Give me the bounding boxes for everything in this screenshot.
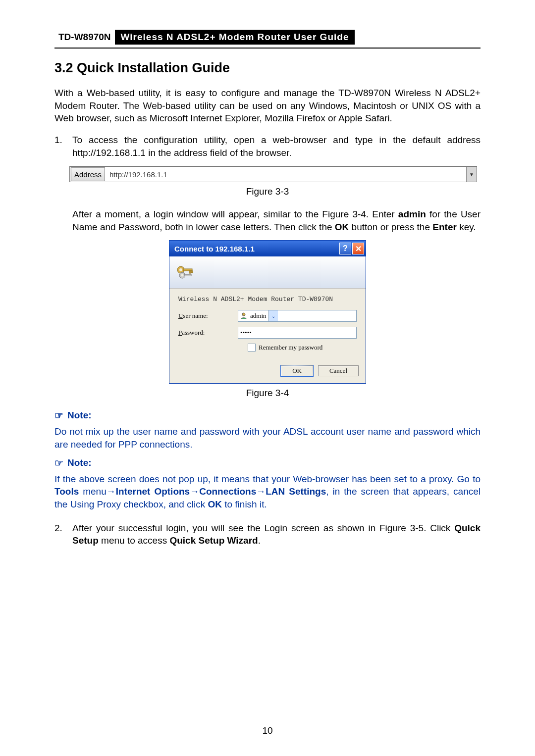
address-url-field[interactable]: http://192.168.1.1 (107, 167, 466, 182)
note-2-body: If the above screen does not pop up, it … (54, 473, 481, 511)
note-label: Note: (67, 457, 92, 468)
step-number: 2. (54, 522, 72, 547)
text-fragment: → (190, 486, 199, 497)
password-label: Password: (178, 329, 238, 337)
step-text: To access the configuration utility, ope… (72, 134, 481, 159)
login-titlebar: Connect to 192.168.1.1 ? ✕ (169, 241, 366, 256)
password-value: ••••• (240, 329, 252, 337)
note-heading-1: ☞ Note: (54, 409, 481, 421)
bold-enter: Enter (432, 222, 457, 232)
note-label: Note: (67, 410, 92, 421)
intro-paragraph: With a Web-based utility, it is easy to … (54, 87, 481, 125)
address-bar-figure: Address http://192.168.1.1 ▼ (69, 166, 477, 182)
bold-admin: admin (398, 209, 426, 219)
login-title-text: Connect to 192.168.1.1 (174, 245, 338, 253)
step-text: After your successful login, you will se… (72, 522, 481, 547)
section-heading: 3.2 Quick Installation Guide (54, 60, 481, 76)
bold-lan-settings: LAN Settings (266, 486, 326, 497)
note-1-body: Do not mix up the user name and password… (54, 425, 481, 451)
label-rest: assword: (182, 329, 205, 336)
bold-ok: OK (208, 499, 222, 509)
svg-rect-2 (183, 269, 192, 271)
username-value: admin (250, 312, 267, 320)
svg-rect-4 (191, 271, 193, 273)
step-1: 1. To access the configuration utility, … (54, 134, 481, 159)
section-title: Quick Installation Guide (77, 60, 230, 75)
svg-point-8 (242, 313, 245, 316)
text-fragment: If the above screen does not pop up, it … (54, 474, 481, 484)
close-icon[interactable]: ✕ (352, 243, 364, 254)
text-fragment: to finish it. (222, 499, 267, 509)
bold-quick-setup-wizard: Quick Setup Wizard (169, 535, 258, 546)
remember-checkbox[interactable] (248, 344, 256, 352)
svg-point-6 (181, 274, 184, 277)
svg-rect-3 (189, 271, 191, 273)
cancel-button[interactable]: Cancel (318, 365, 359, 376)
text-fragment: After a moment, a login window will appe… (72, 209, 398, 219)
section-number: 3.2 (54, 60, 73, 75)
bold-ok: OK (335, 222, 349, 232)
step-2: 2. After your successful login, you will… (54, 522, 481, 547)
underline-letter: U (178, 312, 183, 319)
login-body: Wireless N ADSL2+ Modem Router TD-W8970N… (169, 289, 366, 358)
text-fragment: menu→ (79, 486, 116, 497)
svg-point-1 (179, 268, 182, 271)
remember-label: Remember my password (259, 344, 322, 352)
remember-password-row[interactable]: Remember my password (248, 344, 357, 352)
username-label: User name: (178, 312, 238, 320)
login-banner (169, 256, 366, 289)
person-icon (240, 312, 247, 319)
pointing-hand-icon: ☞ (54, 409, 63, 421)
note-heading-2: ☞ Note: (54, 457, 481, 469)
figure-3-3-caption: Figure 3-3 (54, 186, 481, 197)
text-fragment: menu to access (99, 535, 170, 546)
label-rest: ser name: (183, 312, 208, 319)
pointing-hand-icon: ☞ (54, 457, 63, 469)
password-row: Password: ••••• (178, 327, 357, 339)
password-field[interactable]: ••••• (238, 327, 357, 339)
text-fragment: → (256, 486, 266, 497)
address-dropdown-icon[interactable]: ▼ (466, 167, 477, 182)
figure-3-4-caption: Figure 3-4 (54, 388, 481, 399)
underline-letter: R (259, 344, 263, 351)
page-number: 10 (0, 725, 535, 736)
help-icon[interactable]: ? (339, 243, 351, 254)
label-rest: emember my password (263, 344, 323, 351)
ok-button[interactable]: OK (281, 365, 313, 376)
step-number: 1. (54, 134, 72, 159)
doc-title: Wireless N ADSL2+ Modem Router User Guid… (115, 30, 355, 45)
text-fragment: key. (457, 222, 476, 232)
bold-internet-options: Internet Options (116, 486, 190, 497)
svg-rect-7 (184, 274, 191, 276)
model-number: TD-W8970N (54, 30, 115, 45)
keys-icon (175, 262, 195, 282)
text-fragment: . (258, 535, 261, 546)
doc-header: TD-W8970N Wireless N ADSL2+ Modem Router… (54, 30, 481, 45)
login-dialog-figure: Connect to 192.168.1.1 ? ✕ Wireless N AD… (169, 240, 366, 384)
chevron-down-icon[interactable]: ⌄ (268, 310, 278, 321)
bold-tools: Tools (54, 486, 79, 497)
login-button-row: OK Cancel (169, 358, 366, 383)
text-fragment: After your successful login, you will se… (72, 523, 454, 533)
username-field[interactable]: admin ⌄ (238, 310, 357, 322)
bold-connections: Connections (199, 486, 256, 497)
text-fragment: button or press the (349, 222, 432, 232)
login-realm: Wireless N ADSL2+ Modem Router TD-W8970N (178, 296, 357, 303)
address-label-button[interactable]: Address (71, 167, 105, 181)
username-row: User name: admin ⌄ (178, 310, 357, 322)
after-login-paragraph: After a moment, a login window will appe… (72, 208, 481, 233)
header-divider (54, 48, 481, 49)
